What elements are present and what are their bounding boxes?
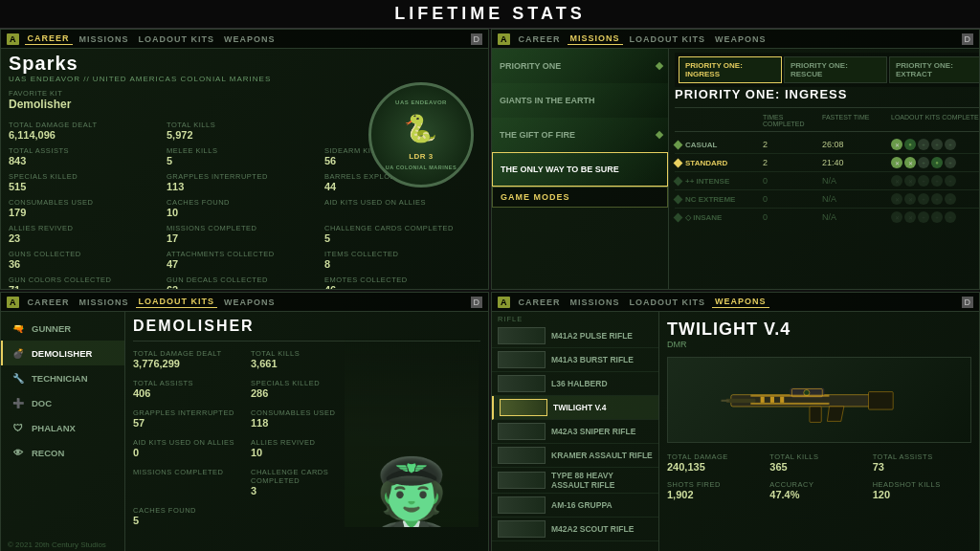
kit-icon: ✕ — [891, 175, 902, 187]
kit-icon: ✕ — [891, 193, 902, 205]
kit-demolisher[interactable]: 💣 Demolisher — [1, 341, 124, 365]
kit-icon: + — [931, 193, 943, 205]
kit-technician[interactable]: 🔧 Technician — [1, 365, 124, 390]
character-silhouette: 🧑‍✈️ — [364, 460, 459, 527]
weapon-l36[interactable]: L36 Halberd — [492, 372, 658, 396]
mission-gift-fire[interactable]: THE GIFT OF FIRE — [492, 118, 668, 152]
difficulty-standard: STANDARD 2 21:40 ✕ ✕ + ● + — [675, 154, 980, 172]
game-modes-button[interactable]: GAME MODES — [492, 187, 668, 208]
stat-items: ITEMS COLLECTED 8 — [324, 248, 480, 272]
tab-career3[interactable]: CAREER — [25, 297, 73, 308]
mission-extract[interactable]: PRIORITY ONE:EXTRACT — [889, 56, 980, 83]
kit-stat-missions: MISSIONS COMPLETED — [133, 466, 245, 498]
tab-missions[interactable]: MISSIONS — [77, 33, 132, 45]
main-grid: A CAREER MISSIONS LOADOUT KITS WEAPONS D… — [0, 29, 980, 551]
tab-badge-a3: A — [7, 297, 19, 308]
intense-kits: ✕ ✕ + + + — [891, 175, 980, 187]
stat-gun-colors: GUN COLORS COLLECTED 71 — [9, 274, 165, 290]
weapon-m42a2-thumb — [498, 520, 546, 538]
weapon-stats-row1: TOTAL DAMAGE 240,135 TOTAL KILLS 365 TOT… — [667, 451, 971, 474]
gunner-icon: 🔫 — [11, 320, 26, 336]
kit-doc[interactable]: ➕ Doc — [1, 390, 124, 415]
kit-icon: + — [918, 211, 929, 223]
weapon-twilight-thumb — [500, 399, 547, 416]
kit-icon: ● — [931, 157, 943, 168]
tab-loadout[interactable]: LOADOUT KITS — [136, 33, 218, 45]
kit-list: 🔫 Gunner 💣 Demolisher 🔧 Technician — [1, 312, 125, 551]
weapon-stat-accuracy: ACCURACY 47.4% — [769, 478, 868, 502]
weapon-m42a2[interactable]: M42A2 Scout Rifle — [492, 518, 658, 541]
tab-career4[interactable]: CAREER — [516, 297, 564, 308]
weapon-m41a2[interactable]: M41A2 Pulse Rifle — [492, 324, 658, 348]
player-name: Sparks — [1, 49, 488, 75]
stat-revived: ALLIES REVIVED 23 — [9, 222, 165, 246]
tab-loadout4[interactable]: LOADOUT KITS — [627, 297, 709, 308]
mission-ingress[interactable]: PRIORITY ONE:INGRESS — [679, 56, 782, 83]
tab-loadout2[interactable]: LOADOUT KITS — [627, 33, 709, 45]
standard-kits: ✕ ✕ + ● + — [891, 157, 980, 168]
svg-rect-15 — [810, 407, 821, 422]
kit-recon[interactable]: 👁 Recon — [1, 440, 124, 465]
difficulty-intense: ++ INTENSE 0 N/A ✕ ✕ + + + — [675, 172, 980, 190]
mission-detail-area: PRIORITY ONE:INGRESS PRIORITY ONE:RESCUE… — [669, 49, 980, 289]
weapons-layout: RIFLE M41A2 Pulse Rifle M41A3 Burst Rifl… — [492, 312, 979, 551]
kit-icon: + — [945, 211, 956, 223]
svg-rect-14 — [780, 397, 784, 403]
stat-decals: GUN DECALS COLLECTED 62 — [167, 274, 323, 290]
tab-career2[interactable]: CAREER — [516, 33, 564, 45]
stat-consumables: CONSUMABLES USED 179 — [9, 196, 165, 220]
mission-rescue[interactable]: PRIORITY ONE:RESCUE — [784, 56, 887, 83]
kit-stat-caches: CACHES FOUND 5 — [133, 504, 245, 528]
weapon-selected-name: Twilight v.4 — [667, 320, 971, 340]
weapon-am16-thumb — [498, 496, 546, 514]
weapon-m41a3-thumb — [498, 351, 546, 368]
badge-marines: UA COLONIAL MARINES — [386, 165, 457, 172]
tab-weapons3[interactable]: WEAPONS — [221, 297, 278, 308]
weapon-m41a2-thumb — [498, 327, 546, 344]
kit-icon: + — [918, 139, 929, 150]
tab-missions2[interactable]: MISSIONS — [568, 33, 623, 45]
tab-missions3[interactable]: MISSIONS — [77, 297, 132, 308]
kit-icon: + — [945, 175, 956, 187]
insane-kits: ✕ ✕ + + + — [891, 211, 980, 223]
extreme-diamond — [674, 194, 683, 204]
kit-icon: + — [931, 139, 943, 150]
kit-icon: ✕ — [904, 157, 916, 168]
weapon-l36-thumb — [498, 375, 546, 392]
mission-only-way[interactable]: THE ONLY WAY TO BE SURE — [492, 152, 668, 187]
kit-detail: DEMOLISHER 🧑‍✈️ TOTAL DAMAGE DEALT 3,77 — [125, 312, 488, 551]
weapon-detail: Twilight v.4 DMR — [659, 312, 979, 551]
casual-diamond — [674, 140, 683, 149]
weapon-m42a3[interactable]: M42A3 Sniper Rifle — [492, 420, 658, 444]
kit-icon: ✕ — [891, 157, 902, 168]
kit-gunner[interactable]: 🔫 Gunner — [1, 316, 124, 341]
weapon-m41a3[interactable]: M41A3 Burst Rifle — [492, 348, 658, 372]
svg-rect-13 — [770, 397, 774, 403]
kit-icon: ✕ — [891, 139, 902, 150]
stat-grapples: GRAPPLES INTERRUPTED 113 — [167, 170, 323, 194]
tab-loadout3[interactable]: LOADOUT KITS — [136, 296, 218, 308]
tab-weapons4[interactable]: WEAPONS — [712, 296, 769, 308]
tab-career[interactable]: CAREER — [25, 33, 73, 45]
insane-diamond — [674, 212, 683, 222]
kit-stat-aid: AID KITS USED ON ALLIES 0 — [133, 436, 245, 460]
weapon-stat-shots: SHOTS FIRED 1,902 — [667, 478, 766, 502]
tab-missions4[interactable]: MISSIONS — [568, 297, 623, 308]
standard-diamond — [674, 158, 683, 167]
weapon-kramer[interactable]: Kramer Assault Rifle — [492, 444, 658, 468]
mission-top-bar: PRIORITY ONE:INGRESS PRIORITY ONE:RESCUE… — [675, 53, 980, 87]
weapon-twilight[interactable]: Twilight v.4 — [492, 396, 658, 420]
tab-weapons[interactable]: WEAPONS — [221, 33, 278, 45]
mission-giants[interactable]: GIANTS IN THE EARTH — [492, 83, 668, 118]
stat-guns: GUNS COLLECTED 36 — [9, 248, 165, 272]
kit-phalanx[interactable]: 🛡 Phalanx — [1, 415, 124, 440]
weapon-type88[interactable]: Type 88 Heavy Assault Rifle — [492, 468, 658, 494]
tab-weapons2[interactable]: WEAPONS — [712, 33, 769, 45]
tab-bar-career: A CAREER MISSIONS LOADOUT KITS WEAPONS D — [1, 30, 488, 49]
mission-priority-one[interactable]: PRIORITY ONE — [492, 49, 668, 83]
panel-weapons: A CAREER MISSIONS LOADOUT KITS WEAPONS D… — [491, 292, 980, 551]
difficulty-extreme: NC EXTREME 0 N/A ✕ ✕ + + + — [675, 190, 980, 209]
weapon-am16[interactable]: AM-16 Gruppa — [492, 494, 658, 518]
svg-rect-2 — [868, 392, 893, 409]
weapon-stat-headshots: HEADSHOT KILLS 120 — [873, 478, 971, 502]
